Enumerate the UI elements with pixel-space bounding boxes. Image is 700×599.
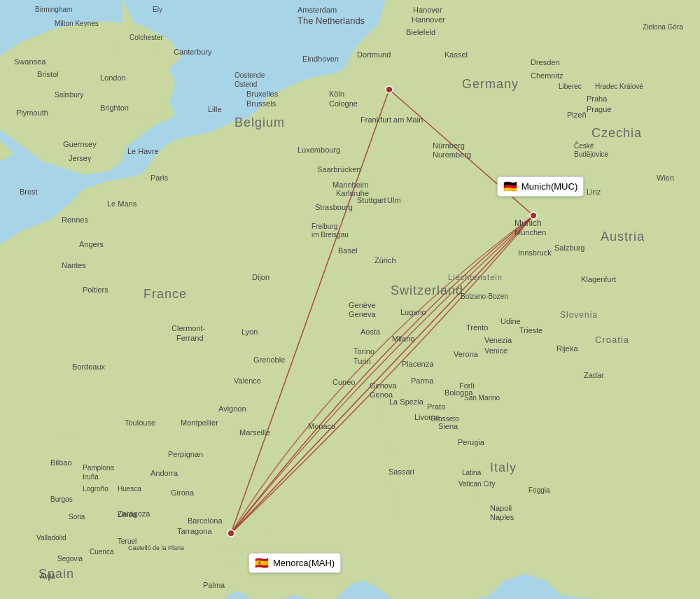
- menorca-code: MAH: [312, 558, 332, 568]
- svg-point-5: [530, 212, 537, 219]
- menorca-flag: 🇪🇸: [255, 556, 269, 570]
- menorca-label: 🇪🇸 Menorca (MAH): [248, 553, 341, 573]
- svg-point-4: [386, 86, 393, 93]
- munich-code: MUC: [554, 181, 575, 192]
- map-container: 🇩🇪 Munich (MUC) 🇪🇸 Menorca (MAH) France …: [0, 0, 700, 599]
- menorca-name: Menorca: [273, 558, 309, 568]
- munich-flag: 🇩🇪: [503, 180, 517, 193]
- munich-name: Munich: [522, 181, 551, 192]
- map-svg: [0, 0, 700, 599]
- svg-point-6: [227, 530, 234, 537]
- munich-label: 🇩🇪 Munich (MUC): [497, 176, 584, 197]
